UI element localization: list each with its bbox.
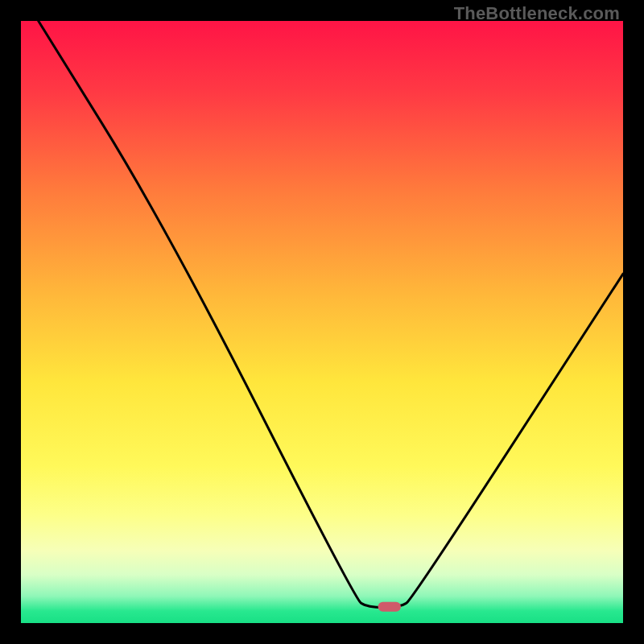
optimal-marker [378,602,401,612]
chart-plot-area [21,21,623,623]
chart-svg [21,21,623,623]
chart-frame: TheBottleneck.com [0,0,644,644]
